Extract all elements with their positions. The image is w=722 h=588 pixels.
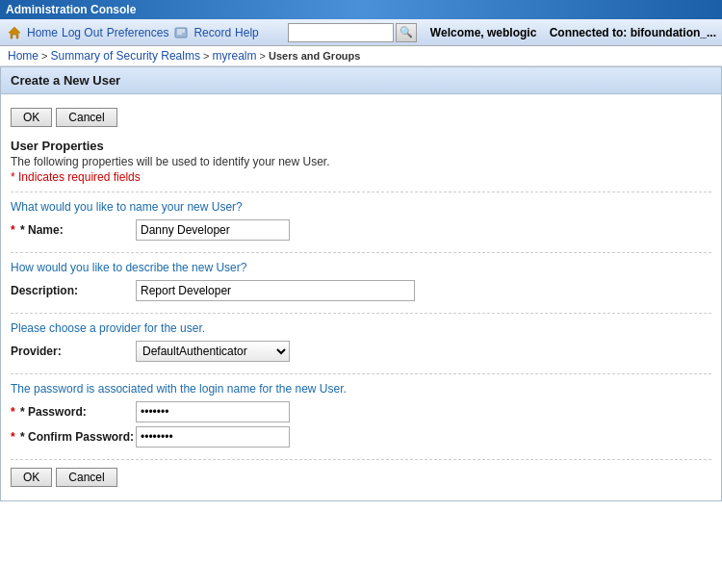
name-required-star: *: [11, 223, 15, 237]
description-input[interactable]: [136, 280, 415, 301]
ok-button-bottom[interactable]: OK: [11, 468, 52, 487]
svg-marker-0: [9, 27, 20, 38]
title-text: Administration Console: [6, 3, 136, 16]
password-input[interactable]: [136, 401, 290, 422]
home-link[interactable]: Home: [27, 26, 58, 39]
provider-wrapper: DefaultAuthenticator: [136, 341, 290, 362]
confirm-password-input[interactable]: [136, 426, 290, 447]
question4: The password is associated with the logi…: [11, 382, 711, 396]
breadcrumb: Home > Summary of Security Realms > myre…: [0, 46, 722, 66]
section-desc: The following properties will be used to…: [11, 155, 711, 168]
confirm-required-star: *: [11, 430, 15, 444]
panel-body: OK Cancel User Properties The following …: [0, 93, 722, 501]
required-note: * Indicates required fields: [11, 170, 711, 184]
cancel-button-top[interactable]: Cancel: [56, 108, 116, 127]
search-button[interactable]: 🔍: [396, 23, 417, 42]
password-label: * * Password:: [11, 405, 136, 419]
password-required-star: *: [11, 405, 15, 419]
password-row: * * Password:: [11, 401, 711, 422]
logout-link[interactable]: Log Out: [62, 26, 103, 39]
nav-bar: Home Log Out Preferences Record Help 🔍 W…: [0, 19, 722, 46]
breadcrumb-current: Users and Groups: [269, 50, 360, 62]
breadcrumb-home[interactable]: Home: [8, 49, 39, 63]
desc-row: Description:: [11, 280, 711, 301]
username: weblogic: [487, 26, 536, 39]
breadcrumb-myrealm[interactable]: myrealm: [212, 49, 256, 63]
name-input[interactable]: [136, 219, 290, 241]
password-section: The password is associated with the logi…: [11, 373, 711, 459]
search-box: 🔍: [288, 23, 417, 42]
bottom-btn-row: OK Cancel: [11, 459, 711, 493]
description-section: How would you like to describe the new U…: [11, 252, 711, 313]
search-input[interactable]: [288, 23, 394, 42]
name-section: What would you like to name your new Use…: [11, 192, 711, 252]
preferences-link[interactable]: Preferences: [107, 26, 169, 39]
section-title: User Properties: [11, 139, 711, 153]
provider-row: Provider: DefaultAuthenticator: [11, 341, 711, 362]
question1: What would you like to name your new Use…: [11, 200, 711, 214]
question2: How would you like to describe the new U…: [11, 261, 711, 274]
help-link[interactable]: Help: [235, 26, 259, 39]
provider-label: Provider:: [11, 345, 136, 358]
welcome-area: Welcome, weblogic Connected to: bifounda…: [430, 26, 716, 39]
record-link[interactable]: Record: [193, 26, 231, 39]
name-row: * * Name:: [11, 219, 711, 241]
main-content: Create a New User OK Cancel User Propert…: [0, 66, 722, 501]
top-btn-row: OK Cancel: [11, 102, 711, 133]
provider-select[interactable]: DefaultAuthenticator: [136, 341, 290, 362]
welcome-text: Welcome,: [430, 26, 487, 39]
cancel-button-bottom[interactable]: Cancel: [56, 468, 116, 487]
breadcrumb-sep1: >: [41, 50, 50, 62]
home-icon: [6, 24, 23, 41]
provider-section: Please choose a provider for the user. P…: [11, 313, 711, 373]
confirm-row: * * Confirm Password:: [11, 426, 711, 447]
ok-button-top[interactable]: OK: [11, 108, 52, 127]
panel-title: Create a New User: [11, 73, 120, 88]
connected-text: Connected to: bifoundation_...: [550, 26, 716, 39]
breadcrumb-security[interactable]: Summary of Security Realms: [51, 49, 200, 63]
title-bar: Administration Console: [0, 0, 722, 19]
breadcrumb-sep3: >: [260, 50, 269, 62]
panel-header: Create a New User: [0, 66, 722, 93]
desc-label: Description:: [11, 284, 136, 297]
search-icon: 🔍: [400, 26, 413, 38]
name-label: * * Name:: [11, 223, 136, 237]
record-icon: [172, 24, 190, 41]
question3: Please choose a provider for the user.: [11, 321, 711, 335]
confirm-label: * * Confirm Password:: [11, 430, 136, 444]
